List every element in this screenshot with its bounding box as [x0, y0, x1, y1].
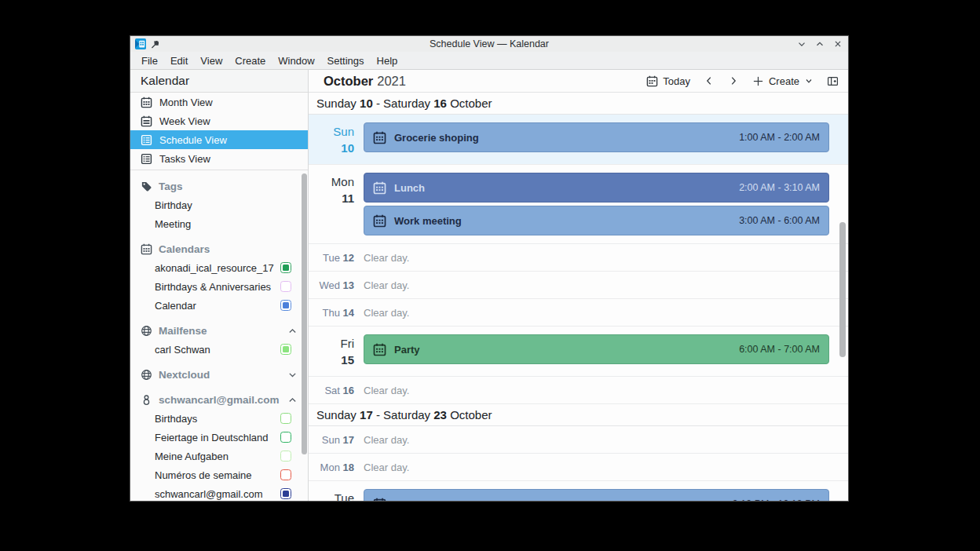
sidebar-item-schedule-view[interactable]: Schedule View	[130, 130, 308, 149]
today-label: Today	[663, 75, 690, 87]
close-button[interactable]	[832, 38, 843, 49]
day-row-sat-16[interactable]: Sat 16 Clear day.	[309, 377, 848, 404]
calendar-checkbox[interactable]	[280, 413, 291, 424]
menu-create[interactable]: Create	[229, 53, 272, 68]
schedule-view: Sunday 10 - Saturday 16 October Sun 10	[309, 93, 848, 501]
chevron-down-icon[interactable]	[287, 370, 298, 380]
event-title: Lunch	[394, 182, 425, 194]
calendar-item[interactable]: Calendar	[130, 296, 308, 315]
menubar: File Edit View Create Window Settings He…	[130, 52, 848, 70]
menu-settings[interactable]: Settings	[321, 53, 371, 68]
event-grocerie-shoping[interactable]: Grocerie shoping 1:00 AM - 2:00 AM	[364, 122, 829, 152]
section-mailfense[interactable]: Mailfense	[130, 321, 308, 340]
current-month: October	[324, 74, 373, 89]
calendar-checkbox[interactable]	[280, 262, 291, 273]
event-lunch[interactable]: Lunch 9:19 PM - 10:19 PM	[364, 489, 829, 501]
calendar-item[interactable]: akonadi_ical_resource_17	[130, 258, 308, 277]
create-button[interactable]: Create	[752, 75, 814, 87]
calendar-checkbox[interactable]	[280, 451, 291, 462]
calendar-item[interactable]: schwancarl@gmail.com	[130, 484, 308, 501]
day-row-wed-13[interactable]: Wed 13 Clear day.	[309, 272, 848, 299]
day-row-sun-10[interactable]: Sun 10 Grocerie shoping 1:00 AM - 2:00 A…	[309, 115, 848, 165]
current-year: 2021	[377, 74, 406, 89]
day-label: Sat 16	[309, 385, 354, 396]
day-row-sun-17[interactable]: Sun 17 Clear day.	[309, 426, 848, 454]
calendar-label: Calendar	[155, 300, 196, 312]
event-title: Party	[394, 344, 420, 356]
calendar-item[interactable]: Numéros de semaine	[130, 465, 308, 484]
maximize-button[interactable]	[814, 38, 825, 49]
event-title: Work meeting	[394, 215, 462, 227]
section-calendars[interactable]: Calendars	[130, 239, 308, 258]
tag-item-meeting[interactable]: Meeting	[130, 214, 308, 233]
calendar-item[interactable]: Birthdays	[130, 409, 308, 428]
day-label: Wed 13	[309, 279, 354, 291]
event-party[interactable]: Party 6:00 AM - 7:00 AM	[364, 334, 829, 364]
menu-window[interactable]: Window	[272, 53, 320, 68]
event-calendar-icon	[373, 343, 386, 356]
calendar-checkbox[interactable]	[280, 344, 291, 355]
section-nextcloud[interactable]: Nextcloud	[130, 365, 308, 384]
tag-label: Birthday	[155, 199, 192, 211]
titlebar[interactable]: Schedule View — Kalendar	[130, 36, 848, 52]
previous-button[interactable]	[704, 75, 715, 86]
day-row-mon-18[interactable]: Mon 18 Clear day.	[309, 454, 848, 481]
sidebar-scrollbar[interactable]	[302, 173, 307, 454]
pin-icon[interactable]	[150, 39, 160, 49]
minimize-button[interactable]	[796, 38, 807, 49]
checkbox-fill	[283, 472, 289, 478]
event-work-meeting[interactable]: Work meeting 3:00 AM - 6:00 AM	[364, 206, 829, 235]
event-time: 1:00 AM - 2:00 AM	[739, 132, 820, 143]
checkbox-fill	[283, 491, 289, 497]
menu-file[interactable]: File	[135, 53, 164, 68]
calendar-checkbox[interactable]	[280, 300, 291, 311]
day-row-thu-14[interactable]: Thu 14 Clear day.	[309, 299, 848, 327]
checkbox-fill	[283, 265, 289, 271]
schedule-scrollbar[interactable]	[839, 222, 846, 357]
day-row-tue-12[interactable]: Tue 12 Clear day.	[309, 244, 848, 272]
calendar-label: carl Schwan	[155, 344, 210, 356]
section-label: Tags	[159, 181, 183, 192]
calendar-label: Birthdays	[155, 413, 197, 425]
calendar-item[interactable]: Birthdays & Anniversaries	[130, 277, 308, 296]
chevron-up-icon[interactable]	[287, 395, 298, 405]
menu-help[interactable]: Help	[371, 53, 404, 68]
tasks-view-icon	[141, 153, 152, 165]
menu-edit[interactable]: Edit	[164, 53, 194, 68]
day-label: Mon 18	[309, 462, 354, 473]
sidebar-item-label: Month View	[159, 97, 213, 108]
calendar-checkbox[interactable]	[280, 488, 291, 499]
chevron-up-icon[interactable]	[287, 326, 298, 336]
main-header: October 2021 Today	[309, 70, 848, 93]
event-lunch[interactable]: Lunch 2:00 AM - 3:10 AM	[364, 173, 829, 203]
clear-day-note: Clear day.	[364, 252, 409, 264]
sidebar-item-tasks-view[interactable]: Tasks View	[130, 149, 308, 168]
menu-view[interactable]: View	[194, 53, 229, 68]
sidebar-item-month-view[interactable]: Month View	[130, 93, 308, 111]
calendar-item[interactable]: Feiertage in Deutschland	[130, 428, 308, 447]
sidebar-separator	[130, 170, 308, 170]
checkbox-fill	[283, 434, 289, 440]
sidebar-item-week-view[interactable]: Week View	[130, 111, 308, 130]
calendar-checkbox[interactable]	[280, 432, 291, 443]
sidebar-item-label: Schedule View	[159, 134, 227, 146]
section-gmail-account[interactable]: schwancarl@gmail.com	[130, 390, 308, 409]
day-row-mon-11[interactable]: Mon 11 Lunch 2:00 AM - 3:10 AM	[309, 165, 848, 244]
plus-icon	[752, 75, 764, 87]
event-time: 6:00 AM - 7:00 AM	[739, 344, 820, 355]
section-tags[interactable]: Tags	[130, 177, 308, 195]
day-row-fri-15[interactable]: Fri 15 Party 6:00 AM - 7:00 AM	[309, 327, 848, 377]
kalendar-window: Schedule View — Kalendar File Edit View …	[130, 35, 849, 502]
today-calendar-icon	[646, 75, 658, 87]
today-button[interactable]: Today	[646, 75, 690, 87]
week-header: Sunday 17 - Saturday 23 October	[309, 404, 848, 426]
calendar-item[interactable]: Meine Aufgaben	[130, 447, 308, 465]
next-button[interactable]	[728, 75, 739, 86]
day-row-tue-19[interactable]: Tue 19 Lunch 9:19 PM - 10:19 PM	[309, 481, 848, 501]
tag-item-birthday[interactable]: Birthday	[130, 195, 308, 214]
calendar-checkbox[interactable]	[280, 281, 291, 292]
date-picker-panel-icon[interactable]	[827, 75, 839, 87]
day-label: Mon 11	[309, 173, 354, 235]
calendar-item[interactable]: carl Schwan	[130, 340, 308, 359]
calendar-checkbox[interactable]	[280, 469, 291, 480]
